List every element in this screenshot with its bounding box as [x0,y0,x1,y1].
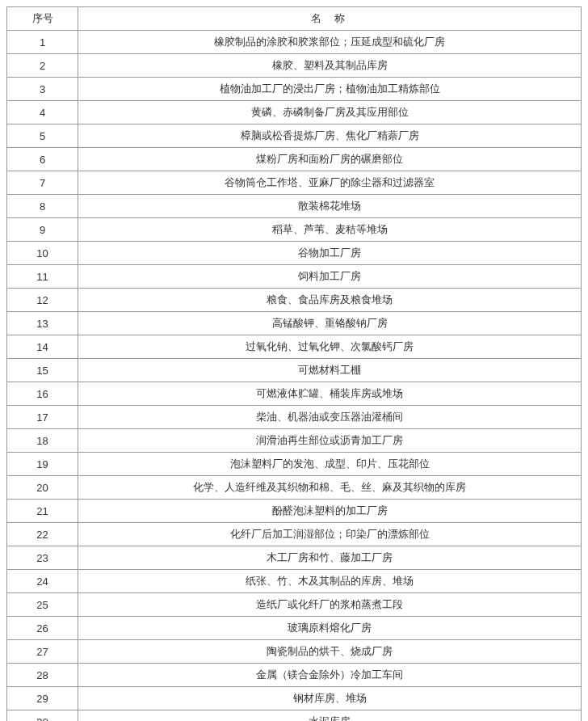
cell-seq: 30 [7,710,78,722]
cell-name: 樟脑或松香提炼厂房、焦化厂精萘厂房 [78,124,582,148]
table-row: 12粮食、食品库房及粮食堆场 [7,289,582,312]
table-row: 2橡胶、塑料及其制品库房 [7,54,582,78]
cell-name: 润滑油再生部位或沥青加工厂房 [78,429,582,453]
cell-seq: 17 [7,406,78,429]
table-row: 20化学、人造纤维及其织物和棉、毛、丝、麻及其织物的库房 [7,476,582,500]
cell-seq: 22 [7,523,78,546]
cell-name: 高锰酸钾、重铬酸钠厂房 [78,312,582,335]
cell-seq: 20 [7,476,78,500]
cell-name: 谷物加工厂房 [78,242,582,265]
cell-name: 谷物筒仓工作塔、亚麻厂的除尘器和过滤器室 [78,171,582,195]
table-row: 8散装棉花堆场 [7,195,582,218]
cell-seq: 18 [7,429,78,453]
table-row: 21酚醛泡沫塑料的加工厂房 [7,500,582,523]
cell-seq: 27 [7,640,78,664]
cell-seq: 3 [7,78,78,101]
table-row: 11饲料加工厂房 [7,265,582,289]
cell-seq: 15 [7,359,78,382]
cell-seq: 16 [7,382,78,406]
cell-seq: 9 [7,218,78,242]
cell-name: 造纸厂或化纤厂的浆粕蒸煮工段 [78,593,582,617]
table-row: 10谷物加工厂房 [7,242,582,265]
cell-seq: 23 [7,546,78,570]
table-row: 27陶瓷制品的烘干、烧成厂房 [7,640,582,664]
cell-seq: 26 [7,617,78,640]
table-row: 7谷物筒仓工作塔、亚麻厂的除尘器和过滤器室 [7,171,582,195]
classification-table: 序号 名称 1橡胶制品的涂胶和胶浆部位；压延成型和硫化厂房2橡胶、塑料及其制品库… [6,6,582,721]
cell-name: 橡胶、塑料及其制品库房 [78,54,582,78]
cell-name: 粮食、食品库房及粮食堆场 [78,289,582,312]
table-row: 19泡沫塑料厂的发泡、成型、印片、压花部位 [7,453,582,476]
cell-seq: 7 [7,171,78,195]
cell-name: 钢材库房、堆场 [78,687,582,710]
cell-name: 金属（镁合金除外）冷加工车间 [78,664,582,687]
table-row: 3植物油加工厂的浸出厂房；植物油加工精炼部位 [7,78,582,101]
table-row: 23木工厂房和竹、藤加工厂房 [7,546,582,570]
table-row: 14过氧化钠、过氧化钾、次氯酸钙厂房 [7,335,582,359]
table-row: 6煤粉厂房和面粉厂房的碾磨部位 [7,148,582,171]
cell-name: 陶瓷制品的烘干、烧成厂房 [78,640,582,664]
cell-seq: 11 [7,265,78,289]
cell-name: 化学、人造纤维及其织物和棉、毛、丝、麻及其织物的库房 [78,476,582,500]
header-name: 名称 [78,7,582,31]
table-row: 28金属（镁合金除外）冷加工车间 [7,664,582,687]
table-row: 25造纸厂或化纤厂的浆粕蒸煮工段 [7,593,582,617]
cell-name: 可燃材料工棚 [78,359,582,382]
table-row: 9稻草、芦苇、麦秸等堆场 [7,218,582,242]
table-row: 15可燃材料工棚 [7,359,582,382]
cell-name: 稻草、芦苇、麦秸等堆场 [78,218,582,242]
cell-seq: 21 [7,500,78,523]
cell-seq: 5 [7,124,78,148]
cell-seq: 19 [7,453,78,476]
cell-name: 可燃液体贮罐、桶装库房或堆场 [78,382,582,406]
table-row: 29钢材库房、堆场 [7,687,582,710]
cell-name: 玻璃原料熔化厂房 [78,617,582,640]
table-row: 13高锰酸钾、重铬酸钠厂房 [7,312,582,335]
cell-seq: 1 [7,31,78,54]
table-row: 24纸张、竹、木及其制品的库房、堆场 [7,570,582,593]
table-row: 4黄磷、赤磷制备厂房及其应用部位 [7,101,582,124]
cell-name: 化纤厂后加工润湿部位；印染厂的漂炼部位 [78,523,582,546]
cell-name: 散装棉花堆场 [78,195,582,218]
cell-seq: 24 [7,570,78,593]
cell-seq: 25 [7,593,78,617]
cell-seq: 28 [7,664,78,687]
table-row: 17柴油、机器油或变压器油灌桶间 [7,406,582,429]
cell-name: 煤粉厂房和面粉厂房的碾磨部位 [78,148,582,171]
cell-seq: 12 [7,289,78,312]
cell-name: 酚醛泡沫塑料的加工厂房 [78,500,582,523]
table-row: 1橡胶制品的涂胶和胶浆部位；压延成型和硫化厂房 [7,31,582,54]
cell-seq: 8 [7,195,78,218]
cell-seq: 6 [7,148,78,171]
cell-seq: 29 [7,687,78,710]
cell-name: 饲料加工厂房 [78,265,582,289]
cell-seq: 13 [7,312,78,335]
table-row: 16可燃液体贮罐、桶装库房或堆场 [7,382,582,406]
cell-seq: 10 [7,242,78,265]
table-row: 22化纤厂后加工润湿部位；印染厂的漂炼部位 [7,523,582,546]
table-row: 30水泥库房 [7,710,582,722]
table-header-row: 序号 名称 [7,7,582,31]
cell-name: 水泥库房 [78,710,582,722]
cell-seq: 2 [7,54,78,78]
table-row: 5樟脑或松香提炼厂房、焦化厂精萘厂房 [7,124,582,148]
cell-name: 黄磷、赤磷制备厂房及其应用部位 [78,101,582,124]
header-seq: 序号 [7,7,78,31]
cell-name: 木工厂房和竹、藤加工厂房 [78,546,582,570]
table-row: 18润滑油再生部位或沥青加工厂房 [7,429,582,453]
cell-seq: 14 [7,335,78,359]
cell-name: 纸张、竹、木及其制品的库房、堆场 [78,570,582,593]
cell-name: 植物油加工厂的浸出厂房；植物油加工精炼部位 [78,78,582,101]
cell-seq: 4 [7,101,78,124]
table-row: 26玻璃原料熔化厂房 [7,617,582,640]
cell-name: 过氧化钠、过氧化钾、次氯酸钙厂房 [78,335,582,359]
cell-name: 泡沫塑料厂的发泡、成型、印片、压花部位 [78,453,582,476]
cell-name: 柴油、机器油或变压器油灌桶间 [78,406,582,429]
cell-name: 橡胶制品的涂胶和胶浆部位；压延成型和硫化厂房 [78,31,582,54]
